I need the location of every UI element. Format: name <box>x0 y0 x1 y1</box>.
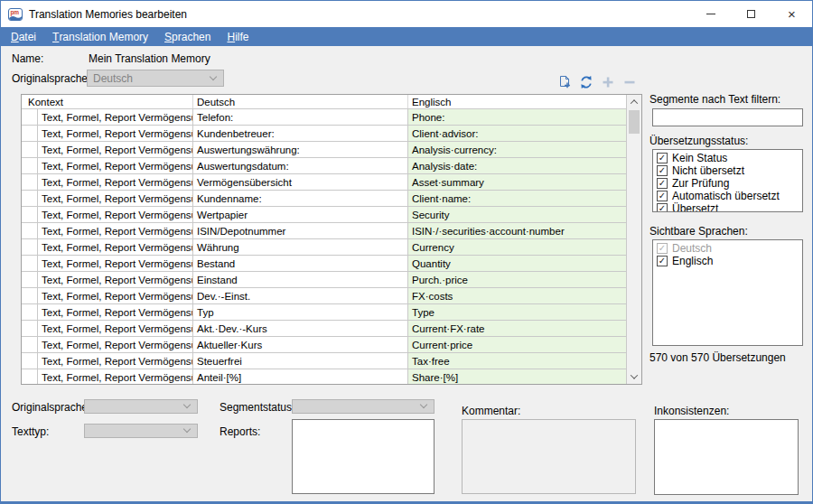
context-cell[interactable]: Text, Formel, Report Vermögensü... <box>38 158 193 173</box>
checkbox-item[interactable]: ✓Englisch <box>653 255 802 266</box>
row-selector[interactable] <box>22 369 38 384</box>
row-selector[interactable] <box>22 191 38 206</box>
german-cell[interactable]: Dev.·-Einst. <box>193 288 408 303</box>
context-cell[interactable]: Text, Formel, Report Vermögensü... <box>38 223 193 238</box>
context-cell[interactable]: Text, Formel, Report Vermögensü... <box>38 304 193 320</box>
row-selector[interactable] <box>22 288 38 303</box>
context-cell[interactable]: Text, Formel, Report Vermögensü... <box>38 272 193 287</box>
english-cell[interactable]: Currency <box>408 239 626 255</box>
scrollbar-thumb[interactable] <box>629 110 640 134</box>
context-cell[interactable]: Text, Formel, Report Vermögensü... <box>38 321 193 336</box>
checkbox-icon[interactable]: ✓ <box>657 165 668 176</box>
translation-status-listbox[interactable]: ✓Kein Status✓Nicht übersetzt✓Zur Prüfung… <box>652 149 803 212</box>
row-selector[interactable] <box>22 109 38 125</box>
reports-listbox[interactable] <box>292 419 435 494</box>
context-cell[interactable]: Text, Formel, Report Vermögensü... <box>38 288 193 303</box>
context-cell[interactable]: Text, Formel, Report Vermögensü... <box>38 239 193 255</box>
checkbox-item[interactable]: ✓Übersetzt <box>653 202 802 212</box>
checkbox-item[interactable]: ✓Automatisch übersetzt <box>653 190 802 201</box>
german-cell[interactable]: Auswertungswährung: <box>193 142 408 157</box>
close-button[interactable]: × <box>771 1 812 27</box>
german-cell[interactable]: Auswertungsdatum: <box>193 158 408 173</box>
german-cell[interactable]: Telefon: <box>193 109 408 125</box>
row-selector[interactable] <box>22 321 38 336</box>
german-cell[interactable]: Kundenname: <box>193 191 408 206</box>
context-cell[interactable]: Text, Formel, Report Vermögensü... <box>38 126 193 141</box>
context-cell[interactable]: Text, Formel, Report Vermögensü... <box>38 256 193 271</box>
checkbox-icon[interactable]: ✓ <box>657 191 668 201</box>
english-cell[interactable]: Analysis·date: <box>408 158 626 173</box>
german-cell[interactable]: Bestand <box>193 256 408 271</box>
context-cell[interactable]: Text, Formel, Report Vermögensü... <box>38 353 193 369</box>
inconsistencies-listbox[interactable] <box>654 419 799 495</box>
filter-input[interactable] <box>652 108 803 126</box>
checkbox-item[interactable]: ✓Nicht übersetzt <box>653 164 802 176</box>
german-cell[interactable]: Einstand <box>193 272 408 287</box>
scroll-up-button[interactable] <box>627 95 641 109</box>
english-cell[interactable]: Security <box>408 207 626 222</box>
column-header-deutsch[interactable]: Deutsch <box>193 95 408 108</box>
row-selector[interactable] <box>22 207 38 222</box>
context-cell[interactable]: Text, Formel, Report Vermögensü... <box>38 142 193 157</box>
menu-item-translation-memory[interactable]: Translation Memory <box>44 27 156 46</box>
maximize-button[interactable] <box>731 1 771 27</box>
english-cell[interactable]: ISIN·/·securities·account·number <box>408 223 626 238</box>
menu-item-hilfe[interactable]: Hilfe <box>219 27 257 46</box>
english-cell[interactable]: Asset·summary <box>408 174 626 190</box>
row-selector[interactable] <box>22 337 38 352</box>
german-cell[interactable]: Typ <box>193 304 408 320</box>
english-cell[interactable]: Client·name: <box>408 191 626 206</box>
english-cell[interactable]: Share·[%] <box>408 369 626 384</box>
english-cell[interactable]: FX·costs <box>408 288 626 303</box>
menu-item-datei[interactable]: Datei <box>3 27 44 46</box>
row-selector[interactable] <box>22 353 38 369</box>
checkbox-item[interactable]: ✓Kein Status <box>653 152 802 163</box>
german-cell[interactable]: Kundenbetreuer: <box>193 126 408 141</box>
english-cell[interactable]: Phone: <box>408 109 626 125</box>
row-selector[interactable] <box>22 239 38 255</box>
english-cell[interactable]: Client·advisor: <box>408 126 626 141</box>
english-cell[interactable]: Current·FX·rate <box>408 321 626 336</box>
refresh-button[interactable] <box>579 75 593 89</box>
checkbox-icon[interactable]: ✓ <box>657 153 668 163</box>
title-bar[interactable]: pm Translation Memories bearbeiten × <box>1 1 812 27</box>
english-cell[interactable]: Current·price <box>408 337 626 352</box>
english-cell[interactable]: Quantity <box>408 256 626 271</box>
row-selector[interactable] <box>22 272 38 287</box>
context-cell[interactable]: Text, Formel, Report Vermögensü... <box>38 109 193 125</box>
german-cell[interactable]: Wertpapier <box>193 207 408 222</box>
english-cell[interactable]: Purch.·price <box>408 272 626 287</box>
row-selector[interactable] <box>22 174 38 190</box>
english-cell[interactable]: Tax·free <box>408 353 626 369</box>
checkbox-item[interactable]: ✓Zur Prüfung <box>653 177 802 189</box>
row-selector[interactable] <box>22 142 38 157</box>
english-cell[interactable]: Type <box>408 304 626 320</box>
row-selector[interactable] <box>22 223 38 238</box>
menu-item-sprachen[interactable]: Sprachen <box>156 27 219 46</box>
row-selector[interactable] <box>22 256 38 271</box>
german-cell[interactable]: Vermögensübersicht <box>193 174 408 190</box>
context-cell[interactable]: Text, Formel, Report Vermögensü... <box>38 174 193 190</box>
column-header-kontext[interactable]: Kontext <box>22 95 193 108</box>
export-document-button[interactable] <box>557 75 572 89</box>
vertical-scrollbar[interactable] <box>626 95 641 384</box>
german-cell[interactable]: Anteil·[%] <box>193 369 408 384</box>
context-cell[interactable]: Text, Formel, Report Vermögensü... <box>38 191 193 206</box>
german-cell[interactable]: Akt.·Dev.·-Kurs <box>193 321 408 336</box>
context-cell[interactable]: Text, Formel, Report Vermögensü... <box>38 337 193 352</box>
checkbox-icon[interactable]: ✓ <box>657 178 668 189</box>
row-selector[interactable] <box>22 304 38 320</box>
german-cell[interactable]: Aktueller·Kurs <box>193 337 408 352</box>
checkbox-icon[interactable]: ✓ <box>657 256 668 266</box>
row-selector[interactable] <box>22 158 38 173</box>
visible-languages-listbox[interactable]: ✓Deutsch✓Englisch <box>652 239 803 346</box>
german-cell[interactable]: Steuerfrei <box>193 353 408 369</box>
english-cell[interactable]: Analysis·currency: <box>408 142 626 157</box>
checkbox-icon[interactable]: ✓ <box>657 203 668 213</box>
minimize-button[interactable] <box>690 1 731 27</box>
german-cell[interactable]: ISIN/Depotnummer <box>193 223 408 238</box>
context-cell[interactable]: Text, Formel, Report Vermögensü... <box>38 369 193 384</box>
scroll-down-button[interactable] <box>627 369 641 384</box>
german-cell[interactable]: Währung <box>193 239 408 255</box>
column-header-englisch[interactable]: Englisch <box>408 95 641 108</box>
